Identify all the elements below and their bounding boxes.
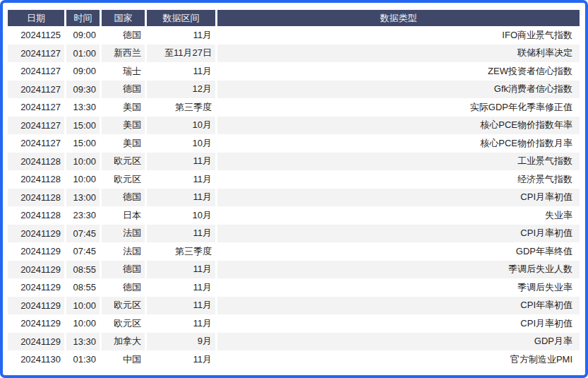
cell-type: 官方制造业PMI [217,350,580,369]
cell-type: 核心PCE物价指数年率 [217,117,580,135]
cell-time: 15:00 [66,134,100,153]
cell-type: IFO商业景气指数 [217,26,580,45]
cell-time: 13:00 [66,189,100,207]
cell-date: 20241127 [8,81,64,99]
table-row: 2024112913:30加拿大9月GDP月率 [8,333,580,351]
cell-time: 23:30 [66,206,100,225]
cell-type: GDP月率 [217,333,580,351]
cell-type: GDP年率终值 [217,242,580,261]
cell-country: 加拿大 [102,333,145,351]
cell-period: 10月 [147,134,215,153]
cell-date: 20241128 [8,153,64,171]
cell-type: 联储利率决定 [217,45,580,63]
cell-date: 20241129 [8,225,64,243]
cell-time: 01:30 [66,350,100,369]
cell-type: 核心PCE物价指数月率 [217,134,580,153]
table-row: 2024112715:00美国10月核心PCE物价指数年率 [8,117,580,135]
header-row: 日期 时间 国家 数据区间 数据类型 [8,10,580,26]
cell-country: 法国 [102,225,145,243]
cell-type: Gfk消费者信心指数 [217,81,580,99]
table-row: 2024112709:30德国12月Gfk消费者信心指数 [8,81,580,99]
cell-period: 11月 [147,26,215,45]
cell-country: 美国 [102,98,145,117]
table-row: 2024112908:55德国11月季调后失业人数 [8,261,580,279]
cell-time: 10:00 [66,314,100,333]
cell-type: CPI年率初值 [217,297,580,315]
table-row: 2024112910:00欧元区11月CPI年率初值 [8,297,580,315]
cell-period: 11月 [147,278,215,297]
cell-period: 9月 [147,333,215,351]
cell-type: CPI月率初值 [217,189,580,207]
cell-time: 08:55 [66,261,100,279]
table-header: 日期 时间 国家 数据区间 数据类型 [8,10,580,26]
table-row: 2024112907:45法国11月CPI月率初值 [8,225,580,243]
cell-date: 20241129 [8,297,64,315]
column-header-period: 数据区间 [147,10,215,26]
table-row: 2024112908:55德国11月季调后失业率 [8,278,580,297]
cell-period: 10月 [147,206,215,225]
cell-country: 日本 [102,206,145,225]
cell-time: 09:30 [66,81,100,99]
cell-date: 20241127 [8,98,64,117]
cell-type: 经济景气指数 [217,170,580,189]
cell-country: 瑞士 [102,62,145,81]
cell-country: 德国 [102,189,145,207]
cell-type: 季调后失业率 [217,278,580,297]
cell-period: 11月 [147,170,215,189]
table-row: 2024112810:00欧元区11月工业景气指数 [8,153,580,171]
cell-country: 德国 [102,81,145,99]
cell-date: 20241127 [8,134,64,153]
cell-period: 11月 [147,225,215,243]
cell-time: 09:00 [66,62,100,81]
table-row: 2024112907:45法国第三季度GDP年率终值 [8,242,580,261]
cell-period: 11月 [147,62,215,81]
table-row: 2024112509:00德国11月IFO商业景气指数 [8,26,580,45]
cell-time: 13:30 [66,333,100,351]
cell-country: 法国 [102,242,145,261]
cell-type: CPI月率初值 [217,225,580,243]
cell-type: 实际GDP年化季率修正值 [217,98,580,117]
cell-time: 10:00 [66,170,100,189]
cell-period: 11月 [147,350,215,369]
column-header-type: 数据类型 [217,10,580,26]
cell-date: 20241130 [8,350,64,369]
cell-time: 10:00 [66,153,100,171]
cell-type: 工业景气指数 [217,153,580,171]
cell-country: 德国 [102,278,145,297]
cell-period: 至11月27日 [147,45,215,63]
table-row: 2024112813:00德国11月CPI月率初值 [8,189,580,207]
cell-date: 20241128 [8,189,64,207]
column-header-time: 时间 [66,10,100,26]
cell-date: 20241129 [8,242,64,261]
table-row: 2024112701:00新西兰至11月27日联储利率决定 [8,45,580,63]
cell-date: 20241128 [8,206,64,225]
table-row: 2024112709:00瑞士11月ZEW投资者信心指数 [8,62,580,81]
cell-country: 美国 [102,117,145,135]
cell-time: 10:00 [66,297,100,315]
cell-period: 第三季度 [147,98,215,117]
cell-period: 11月 [147,314,215,333]
cell-time: 08:55 [66,278,100,297]
table-row: 2024112910:00欧元区11月CPI月率初值 [8,314,580,333]
cell-country: 新西兰 [102,45,145,63]
cell-date: 20241128 [8,170,64,189]
cell-country: 中国 [102,350,145,369]
cell-date: 20241127 [8,62,64,81]
cell-date: 20241127 [8,117,64,135]
cell-country: 欧元区 [102,297,145,315]
cell-country: 欧元区 [102,314,145,333]
column-header-country: 国家 [102,10,145,26]
cell-type: CPI月率初值 [217,314,580,333]
cell-date: 20241129 [8,261,64,279]
cell-period: 11月 [147,153,215,171]
cell-country: 美国 [102,134,145,153]
table-row: 2024113001:30中国11月官方制造业PMI [8,350,580,369]
cell-time: 09:00 [66,26,100,45]
cell-date: 20241129 [8,314,64,333]
cell-date: 20241129 [8,333,64,351]
economic-data-table: 日期 时间 国家 数据区间 数据类型 2024112509:00德国11月IFO… [6,10,582,369]
cell-period: 11月 [147,297,215,315]
cell-type: ZEW投资者信心指数 [217,62,580,81]
cell-date: 20241129 [8,278,64,297]
cell-date: 20241125 [8,26,64,45]
